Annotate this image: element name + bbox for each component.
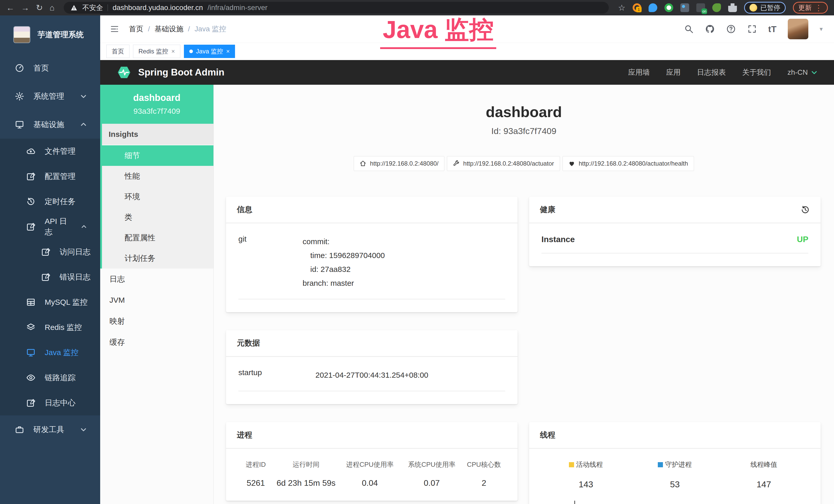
breadcrumb-home[interactable]: 首页 bbox=[129, 24, 143, 34]
process-col-header: 进程ID bbox=[238, 460, 273, 469]
menu-item-scheduled-tasks[interactable]: 计划任务 bbox=[102, 248, 214, 269]
menu-item-metrics[interactable]: 性能 bbox=[102, 166, 214, 186]
menu-item-details[interactable]: 细节 bbox=[102, 145, 214, 166]
menu-item-caches[interactable]: 缓存 bbox=[100, 332, 214, 353]
sidebar-item-apilog[interactable]: API 日志 bbox=[0, 214, 100, 239]
hamburger-icon[interactable] bbox=[109, 25, 120, 33]
sidebar-item-system[interactable]: 系统管理 bbox=[0, 82, 100, 110]
sidebar-item-home[interactable]: 首页 bbox=[0, 54, 100, 82]
actuator-url-button[interactable]: http://192.168.0.2:48080/actuator bbox=[447, 156, 560, 171]
address-bar[interactable]: 不安全 dashboard.yudao.iocoder.cn /infra/ad… bbox=[64, 2, 609, 14]
process-col-header: 系统CPU使用率 bbox=[401, 460, 463, 469]
menu-item-configprops[interactable]: 配置属性 bbox=[102, 228, 214, 248]
menu-item-classes[interactable]: 类 bbox=[102, 207, 214, 228]
app-logo-image bbox=[13, 26, 30, 43]
legend-item-daemon: 守护进程 53 bbox=[630, 460, 719, 489]
sidebar-item-config[interactable]: 配置管理 bbox=[0, 164, 100, 189]
paused-badge[interactable]: 已暂停 bbox=[744, 2, 786, 14]
extension-icon-orange[interactable]: 1 bbox=[633, 3, 641, 12]
extension-icon-green-circle[interactable] bbox=[664, 3, 673, 12]
close-icon[interactable]: × bbox=[226, 48, 229, 55]
peak-threads-value: 147 bbox=[720, 479, 808, 489]
legend-label: 守护进程 bbox=[665, 460, 692, 469]
tab-redis-monitor[interactable]: Redis 监控 × bbox=[133, 45, 180, 58]
git-time-line: time: 1596289704000 bbox=[303, 249, 385, 262]
sba-nav-wallboard[interactable]: 应用墙 bbox=[628, 68, 650, 77]
fullscreen-icon[interactable] bbox=[747, 24, 757, 34]
sba-content: dashboard Id: 93a3fc7f7409 http://192.16… bbox=[214, 85, 834, 504]
menu-item-environment[interactable]: 环境 bbox=[102, 186, 214, 207]
instance-name: dashboard bbox=[103, 92, 211, 103]
extension-icon-leaf[interactable] bbox=[712, 3, 721, 12]
sidebar-item-redis[interactable]: Redis 监控 bbox=[0, 315, 100, 340]
not-secure-warning-icon bbox=[70, 4, 78, 11]
app-logo-row[interactable]: 芋道管理系统 bbox=[0, 16, 100, 54]
extension-icon-pin[interactable] bbox=[649, 3, 657, 12]
edit-icon bbox=[41, 272, 50, 282]
threads-card-title: 线程 bbox=[529, 422, 821, 449]
sidebar-item-job[interactable]: 定时任务 bbox=[0, 189, 100, 214]
sidebar-item-mysql[interactable]: MySQL 监控 bbox=[0, 290, 100, 315]
sidebar-item-trace[interactable]: 链路追踪 bbox=[0, 365, 100, 390]
browser-menu-icon[interactable]: ⋮ bbox=[815, 3, 822, 12]
search-icon[interactable] bbox=[684, 24, 694, 34]
instance-header[interactable]: dashboard 93a3fc7f7409 bbox=[100, 85, 214, 124]
sidebar-item-devtools[interactable]: 研发工具 bbox=[0, 415, 100, 444]
sidebar-item-label: 日志中心 bbox=[45, 398, 75, 408]
header-actions: tT ▾ bbox=[684, 19, 823, 39]
health-instance-row[interactable]: Instance UP bbox=[542, 235, 808, 253]
legend-swatch-yellow bbox=[569, 462, 574, 467]
back-icon[interactable]: ← bbox=[6, 0, 14, 16]
sba-locale-select[interactable]: zh-CN bbox=[788, 68, 817, 76]
home-icon[interactable]: ⌂ bbox=[49, 0, 54, 16]
history-icon[interactable] bbox=[800, 205, 810, 214]
info-git-row: git commit: time: 1596289704000 id: 27aa… bbox=[238, 235, 505, 299]
caret-down-icon[interactable]: ▾ bbox=[820, 25, 823, 32]
extension-icon-grid[interactable] bbox=[680, 3, 689, 12]
health-row-label: Instance bbox=[542, 235, 575, 244]
sidebar-item-label: 错误日志 bbox=[60, 272, 90, 282]
sidebar-item-file[interactable]: 文件管理 bbox=[0, 139, 100, 164]
cpu-cores-value: 2 bbox=[463, 478, 505, 488]
close-icon[interactable]: × bbox=[171, 48, 175, 55]
sba-nav-applications[interactable]: 应用 bbox=[666, 68, 681, 77]
chevron-down-icon bbox=[80, 93, 87, 100]
tab-home[interactable]: 首页 bbox=[106, 45, 129, 58]
sba-nav-journal[interactable]: 日志报表 bbox=[697, 68, 726, 77]
page-instance-id: Id: 93a3fc7f7409 bbox=[214, 126, 834, 136]
menu-item-jvm[interactable]: JVM bbox=[100, 290, 214, 311]
service-url-button[interactable]: http://192.168.0.2:48080/ bbox=[354, 156, 444, 171]
puzzle-extensions-icon[interactable] bbox=[728, 3, 737, 12]
app-title: 芋道管理系统 bbox=[38, 29, 84, 40]
update-button[interactable]: 更新⋮ bbox=[793, 2, 828, 14]
menu-item-logs[interactable]: 日志 bbox=[100, 269, 214, 290]
chevron-down-icon bbox=[811, 69, 817, 76]
reload-icon[interactable]: ↻ bbox=[36, 0, 43, 16]
breadcrumb-infra[interactable]: 基础设施 bbox=[155, 24, 183, 34]
process-col-header: 运行时间 bbox=[273, 460, 339, 469]
legend-item-live: 活动线程 143 bbox=[542, 460, 630, 489]
sidebar-item-accesslog[interactable]: 访问日志 bbox=[0, 239, 100, 265]
bookmark-star-icon[interactable]: ☆ bbox=[618, 3, 626, 13]
sidebar-item-errorlog[interactable]: 错误日志 bbox=[0, 265, 100, 290]
process-uptime-value: 6d 23h 15m 59s bbox=[273, 478, 339, 488]
tab-java-monitor[interactable]: Java 监控 × bbox=[184, 45, 235, 58]
forward-icon[interactable]: → bbox=[21, 0, 29, 16]
sidebar-item-logcenter[interactable]: 日志中心 bbox=[0, 390, 100, 415]
help-icon[interactable] bbox=[726, 24, 736, 34]
avatar[interactable] bbox=[788, 19, 808, 39]
sba-nav-about[interactable]: 关于我们 bbox=[742, 68, 771, 77]
font-size-icon[interactable]: tT bbox=[768, 24, 776, 34]
sidebar-item-label: 系统管理 bbox=[34, 91, 64, 102]
sba-header: Spring Boot Admin 应用墙 应用 日志报表 关于我们 zh-CN bbox=[100, 60, 834, 85]
health-url-button[interactable]: http://192.168.0.2:48080/actuator/health bbox=[563, 156, 694, 171]
sidebar-item-java[interactable]: Java 监控 bbox=[0, 340, 100, 365]
github-icon[interactable] bbox=[705, 24, 715, 34]
browser-extensions: ☆ 1 on 已暂停 更新⋮ bbox=[618, 2, 828, 14]
extension-icon-switch[interactable]: on bbox=[696, 3, 705, 12]
sidebar-item-infra[interactable]: 基础设施 bbox=[0, 110, 100, 139]
menu-item-mappings[interactable]: 映射 bbox=[100, 311, 214, 332]
health-card: 健康 Instance UP bbox=[529, 197, 821, 266]
wrench-icon bbox=[453, 160, 460, 167]
sidebar-item-label: 文件管理 bbox=[45, 146, 75, 157]
